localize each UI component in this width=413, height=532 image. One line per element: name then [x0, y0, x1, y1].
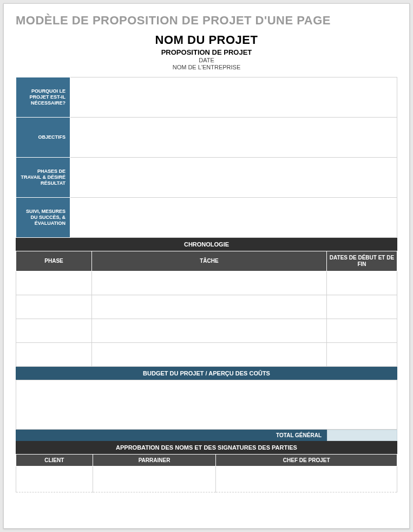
- cell-phase[interactable]: [16, 319, 92, 343]
- header-block: NOM DU PROJET PROPOSITION DE PROJET DATE…: [16, 33, 397, 70]
- label-objectives: OBJECTIFS: [16, 118, 70, 158]
- label-why: POURQUOI LE PROJET EST-IL NÉCESSAIRE?: [16, 77, 70, 118]
- cell-dates[interactable]: [327, 295, 397, 319]
- cell-task[interactable]: [92, 295, 327, 319]
- approval-table: CLIENT PARRAINER CHEF DE PROJET: [16, 454, 397, 492]
- cell-phase[interactable]: [16, 295, 92, 319]
- field-monitoring[interactable]: [70, 198, 397, 238]
- cell-manager[interactable]: [216, 466, 397, 492]
- budget-field[interactable]: [16, 380, 397, 430]
- template-title: MODÈLE DE PROPOSITION DE PROJET D'UNE PA…: [16, 14, 397, 28]
- document-page: MODÈLE DE PROPOSITION DE PROJET D'UNE PA…: [3, 3, 410, 529]
- total-label: TOTAL GÉNÉRAL: [16, 430, 327, 441]
- timeline-table: PHASE TÂCHE DATES DE DÉBUT ET DE FIN: [16, 251, 397, 367]
- label-monitoring: SUIVI, MESURES DU SUCCÈS, & ÉVALUATION: [16, 198, 70, 238]
- label-phases: PHASES DE TRAVAIL & DÉSIRÉ RÉSULTAT: [16, 158, 70, 198]
- table-row: [16, 295, 397, 319]
- approval-title: APPROBATION DES NOMS ET DES SIGNATURES D…: [16, 441, 397, 454]
- cell-task[interactable]: [92, 319, 327, 343]
- cell-dates[interactable]: [327, 343, 397, 367]
- cell-sponsor[interactable]: [93, 466, 216, 492]
- col-dates: DATES DE DÉBUT ET DE FIN: [327, 251, 397, 271]
- total-value[interactable]: [327, 430, 397, 441]
- total-row: TOTAL GÉNÉRAL: [16, 430, 397, 441]
- cell-dates[interactable]: [327, 271, 397, 295]
- field-phases[interactable]: [70, 158, 397, 198]
- project-subtitle: PROPOSITION DE PROJET: [16, 48, 397, 56]
- col-manager: CHEF DE PROJET: [216, 455, 397, 466]
- timeline-title: CHRONOLOGIE: [16, 238, 397, 251]
- cell-dates[interactable]: [327, 319, 397, 343]
- cell-task[interactable]: [92, 343, 327, 367]
- cell-phase[interactable]: [16, 271, 92, 295]
- table-row: [16, 271, 397, 295]
- project-date: DATE: [16, 57, 397, 63]
- col-task: TÂCHE: [92, 251, 327, 271]
- col-phase: PHASE: [16, 251, 92, 271]
- table-row: [16, 343, 397, 367]
- cell-phase[interactable]: [16, 343, 92, 367]
- budget-title: BUDGET DU PROJET / APERÇU DES COÛTS: [16, 367, 397, 380]
- field-why[interactable]: [70, 77, 397, 118]
- project-company: NOM DE L'ENTREPRISE: [16, 64, 397, 70]
- table-row: [16, 319, 397, 343]
- col-client: CLIENT: [16, 455, 93, 466]
- cell-task[interactable]: [92, 271, 327, 295]
- project-name: NOM DU PROJET: [16, 33, 397, 47]
- field-objectives[interactable]: [70, 118, 397, 158]
- cell-client[interactable]: [16, 466, 93, 492]
- table-row: [16, 466, 397, 492]
- col-sponsor: PARRAINER: [93, 455, 216, 466]
- info-grid: POURQUOI LE PROJET EST-IL NÉCESSAIRE? OB…: [16, 77, 397, 238]
